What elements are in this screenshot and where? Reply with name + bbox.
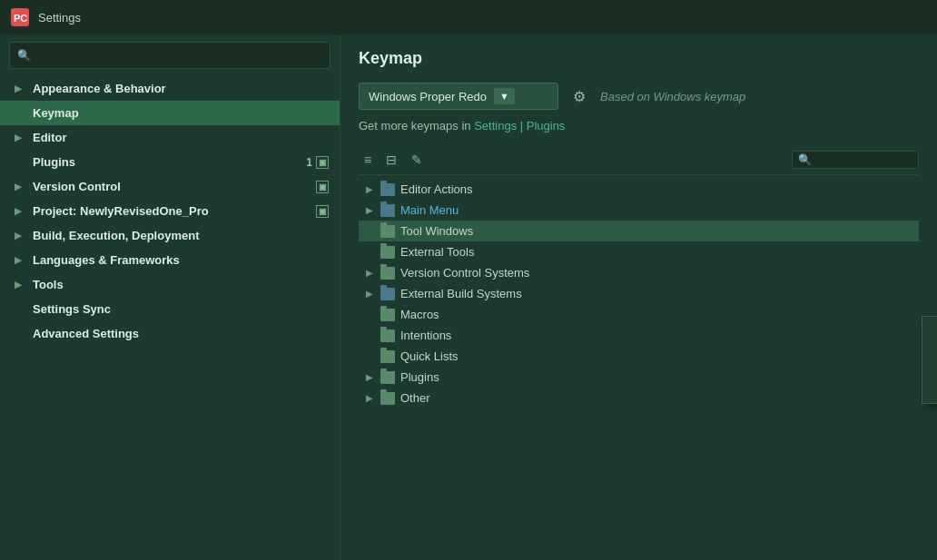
sidebar-item-version-control[interactable]: ▶Version Control▣: [0, 174, 340, 199]
tree-folder-icon: [380, 225, 395, 238]
sidebar-item-appearance[interactable]: ▶Appearance & Behavior: [0, 76, 340, 101]
sidebar-item-label: Settings Sync: [33, 302, 111, 316]
tree-folder-icon: [380, 288, 395, 300]
tree-folder-icon: [380, 392, 395, 405]
tree-item-external-tools[interactable]: External Tools: [359, 241, 919, 262]
tree-item-quick-lists[interactable]: Quick Lists: [359, 346, 919, 367]
sidebar-item-label: Advanced Settings: [33, 327, 139, 340]
tree-chevron-icon: ▶: [366, 372, 380, 382]
toolbar-expand-btn[interactable]: ≡: [359, 149, 377, 171]
chevron-icon: ▶: [15, 182, 25, 192]
settings-plugins-link[interactable]: Settings | Plugins: [474, 119, 565, 133]
chevron-icon: ▶: [15, 255, 25, 265]
tree-folder-icon: [380, 309, 395, 321]
tree-item-label: Intentions: [400, 329, 451, 342]
tree-item-label: Main Menu: [400, 203, 459, 217]
sidebar-item-advanced[interactable]: Advanced Settings: [0, 321, 340, 346]
chevron-icon: ▶: [15, 84, 25, 93]
sidebar-item-badge: 1▣: [306, 156, 329, 169]
tree-item-label: Version Control Systems: [400, 266, 529, 280]
sidebar-item-editor[interactable]: ▶Editor: [0, 125, 340, 150]
sidebar-item-label: Plugins: [33, 155, 75, 169]
main-layout: 🔍 ▶Appearance & BehaviorKeymap▶EditorPlu…: [0, 34, 937, 560]
tree-folder-icon: [380, 329, 395, 342]
tree-chevron-icon: ▶: [366, 393, 380, 403]
sidebar-item-plugins[interactable]: Plugins1▣: [0, 150, 340, 174]
tree-item-label: External Tools: [400, 245, 474, 259]
keymap-selector-row: Windows Proper Redo ▼ ⚙ Based on Windows…: [359, 83, 919, 110]
tree-folder-icon: [380, 246, 395, 259]
tree-folder-icon: [380, 350, 395, 363]
tree-item-label: Editor Actions: [400, 182, 473, 196]
tree-chevron-icon: ▶: [366, 184, 380, 194]
tree-item-label: External Build Systems: [400, 287, 522, 300]
tree-chevron-icon: ▶: [366, 289, 380, 299]
tree-item-macros[interactable]: Macros: [359, 304, 919, 325]
sidebar-items-container: ▶Appearance & BehaviorKeymap▶EditorPlugi…: [0, 76, 340, 346]
keymap-name: Windows Proper Redo: [369, 90, 487, 103]
sidebar-item-label: Editor: [33, 131, 67, 144]
badge-icon: ▣: [316, 156, 329, 169]
sidebar-search-icon: 🔍: [17, 49, 31, 62]
content-area: Keymap Windows Proper Redo ▼ ⚙ Based on …: [340, 34, 937, 560]
tree-item-label: Quick Lists: [400, 349, 459, 363]
toolbar-edit-btn[interactable]: ✎: [406, 149, 428, 171]
tree-item-label: Other: [400, 391, 430, 405]
tree-item-version-control-systems[interactable]: ▶Version Control Systems: [359, 262, 919, 283]
context-menu: Add Keyboard ShortcutAdd Mouse ShortcutA…: [922, 316, 937, 404]
tree-search-input[interactable]: [815, 153, 912, 166]
tree-item-tool-windows[interactable]: Tool Windows: [359, 221, 919, 241]
sidebar-item-badge: ▣: [316, 205, 329, 218]
page-title: Keymap: [359, 49, 919, 68]
gear-button[interactable]: ⚙: [569, 84, 589, 109]
tree-chevron-icon: ▶: [366, 268, 380, 278]
chevron-icon: ▶: [15, 206, 25, 216]
get-more-keymaps: Get more keymaps in Settings | Plugins: [359, 119, 919, 133]
tree-chevron-icon: ▶: [366, 205, 380, 215]
chevron-icon: ▶: [15, 133, 25, 142]
tree-item-label: Macros: [400, 308, 439, 321]
tree-item-plugins-tree[interactable]: ▶Plugins: [359, 367, 919, 388]
sidebar-item-label: Project: NewlyRevisedOne_Pro: [33, 204, 209, 218]
sidebar-item-label: Build, Execution, Deployment: [33, 229, 199, 242]
sidebar-item-badge: ▣: [316, 181, 329, 193]
tree-folder-icon: [380, 267, 395, 280]
tree-item-intentions[interactable]: Intentions: [359, 325, 919, 346]
context-menu-item-add-keyboard-shortcut[interactable]: Add Keyboard Shortcut: [922, 320, 937, 347]
sidebar-item-label: Tools: [33, 278, 64, 291]
tree-item-main-menu[interactable]: ▶Main Menu: [359, 200, 919, 221]
sidebar-item-label: Version Control: [33, 180, 121, 193]
sidebar-item-settings-sync[interactable]: Settings Sync: [0, 297, 340, 321]
sidebar-item-build[interactable]: ▶Build, Execution, Deployment: [0, 223, 340, 248]
window-title: Settings: [38, 11, 81, 25]
tree-folder-icon: [380, 204, 395, 217]
chevron-icon: ▶: [15, 231, 25, 241]
badge-icon: ▣: [316, 181, 329, 193]
sidebar-item-languages[interactable]: ▶Languages & Frameworks: [0, 248, 340, 272]
sidebar-item-label: Languages & Frameworks: [33, 253, 180, 267]
sidebar-search-box[interactable]: 🔍: [9, 42, 330, 69]
tree-item-editor-actions[interactable]: ▶Editor Actions: [359, 179, 919, 200]
context-menu-item-add-mouse-shortcut[interactable]: Add Mouse Shortcut: [922, 347, 937, 373]
sidebar-search-input[interactable]: [35, 49, 322, 63]
badge-icon: ▣: [316, 205, 329, 218]
tree-toolbar: ≡ ⊟ ✎ 🔍: [359, 145, 919, 175]
sidebar-item-label: Keymap: [33, 106, 79, 120]
sidebar-item-keymap[interactable]: Keymap: [0, 101, 340, 125]
sidebar-item-tools[interactable]: ▶Tools: [0, 272, 340, 297]
title-bar: PC Settings: [0, 0, 937, 34]
toolbar-collapse-btn[interactable]: ⊟: [380, 149, 402, 171]
tree-item-label: Tool Windows: [400, 224, 473, 238]
sidebar-item-label: Appearance & Behavior: [33, 82, 166, 95]
svg-text:PC: PC: [14, 13, 27, 24]
context-menu-item-add-abbreviation[interactable]: Add Abbreviation: [922, 373, 937, 399]
sidebar-item-project[interactable]: ▶Project: NewlyRevisedOne_Pro▣: [0, 199, 340, 223]
tree-search-box[interactable]: 🔍: [792, 151, 919, 169]
keymap-based-on: Based on Windows keymap: [600, 90, 745, 103]
tree-item-external-build-systems[interactable]: ▶External Build Systems: [359, 283, 919, 304]
dropdown-arrow-icon: ▼: [494, 88, 515, 104]
app-logo: PC: [11, 8, 29, 26]
tree-item-other[interactable]: ▶Other: [359, 388, 919, 408]
tree-container: ▶Editor Actions▶Main MenuTool WindowsExt…: [359, 179, 919, 560]
keymap-dropdown[interactable]: Windows Proper Redo ▼: [359, 83, 558, 110]
